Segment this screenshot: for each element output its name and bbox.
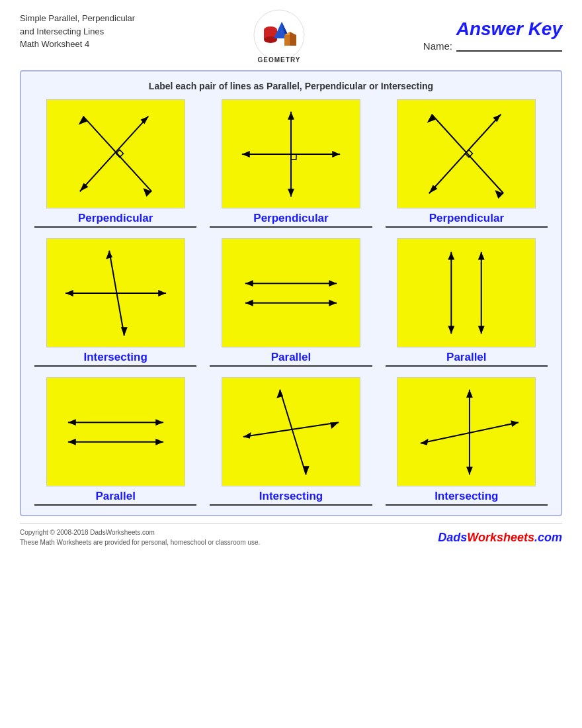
diagram-svg-6: [397, 239, 535, 347]
svg-line-23: [432, 114, 504, 194]
label-3: Perpendicular: [386, 212, 548, 228]
svg-marker-34: [65, 290, 73, 296]
diagram-8: [222, 377, 360, 486]
answer-key-area: Answer Key Name:: [423, 12, 562, 52]
svg-marker-53: [155, 439, 163, 445]
diagram-6: [397, 238, 536, 347]
svg-marker-43: [448, 252, 455, 260]
svg-marker-56: [303, 466, 310, 475]
instructions: Label each pair of lines as Parallel, Pe…: [34, 81, 548, 91]
svg-marker-37: [245, 280, 253, 287]
footer-brand: DadsWorksheets.com: [438, 531, 562, 545]
svg-marker-52: [68, 439, 76, 445]
diagram-1: [46, 99, 185, 208]
header: Simple Parallel, Perpendicular and Inter…: [0, 0, 582, 70]
svg-marker-59: [330, 422, 339, 429]
svg-marker-50: [155, 419, 163, 426]
geometry-label: GEOMETRY: [258, 56, 301, 64]
diagram-svg-3: [397, 100, 535, 208]
svg-marker-64: [421, 439, 429, 445]
diagram-svg-2: [222, 100, 360, 208]
svg-marker-40: [245, 300, 253, 306]
diagram-svg-5: [222, 239, 360, 347]
svg-line-9: [83, 116, 151, 192]
label-7: Parallel: [34, 490, 196, 506]
label-4: Intersecting: [34, 351, 196, 367]
svg-marker-35: [158, 290, 166, 296]
worksheet: Label each pair of lines as Parallel, Pe…: [20, 70, 562, 516]
svg-rect-22: [291, 154, 296, 159]
svg-marker-24: [427, 114, 436, 123]
cell-8: Intersecting: [210, 377, 372, 506]
svg-marker-49: [68, 419, 76, 426]
svg-marker-47: [478, 326, 485, 334]
cell-2: Perpendicular: [210, 99, 372, 228]
svg-marker-17: [288, 112, 294, 120]
diagram-svg-9: [397, 378, 535, 486]
label-2: Perpendicular: [210, 212, 372, 228]
logo: GEOMETRY: [253, 9, 306, 64]
diagram-svg-8: [222, 378, 360, 486]
diagram-3: [397, 99, 536, 208]
answer-key-label: Answer Key: [423, 19, 562, 40]
name-line: Name:: [423, 40, 562, 52]
diagram-svg-1: [47, 100, 185, 208]
diagram-7: [46, 377, 185, 486]
worksheet-title: Simple Parallel, Perpendicular and Inter…: [20, 12, 135, 51]
diagram-svg-7: [47, 378, 185, 486]
svg-marker-20: [242, 151, 250, 158]
cell-6: Parallel: [386, 238, 548, 367]
svg-line-54: [280, 390, 306, 475]
diagram-2: [222, 99, 360, 208]
diagram-4: [46, 238, 185, 347]
svg-marker-41: [329, 300, 337, 306]
diagram-svg-4: [47, 239, 185, 347]
svg-marker-61: [466, 390, 473, 398]
svg-marker-62: [466, 467, 473, 475]
svg-marker-44: [448, 326, 455, 334]
cell-3: Perpendicular: [386, 99, 548, 228]
svg-marker-10: [78, 116, 87, 125]
cell-4: Intersecting: [34, 238, 196, 367]
svg-marker-31: [106, 251, 112, 259]
cell-9: Intersecting: [386, 377, 548, 506]
svg-marker-38: [329, 280, 337, 287]
name-field: [456, 40, 562, 52]
cell-7: Parallel: [34, 377, 196, 506]
geometry-logo-icon: [253, 9, 306, 62]
cell-5: Parallel: [210, 238, 372, 367]
svg-marker-32: [121, 327, 128, 336]
diagram-5: [222, 238, 360, 347]
label-9: Intersecting: [386, 490, 548, 506]
diagram-9: [397, 377, 536, 486]
svg-marker-46: [478, 252, 485, 260]
label-8: Intersecting: [210, 490, 372, 506]
svg-marker-65: [511, 420, 519, 427]
footer: Copyright © 2008-2018 DadsWorksheets.com…: [20, 523, 562, 547]
svg-marker-58: [243, 432, 251, 439]
footer-copyright: Copyright © 2008-2018 DadsWorksheets.com…: [20, 527, 260, 547]
cell-1: Perpendicular: [34, 99, 196, 228]
label-1: Perpendicular: [34, 212, 196, 228]
label-6: Parallel: [386, 351, 548, 367]
problem-grid: Perpendicular: [34, 99, 548, 506]
label-5: Parallel: [210, 351, 372, 367]
svg-marker-21: [332, 151, 340, 158]
svg-line-12: [79, 116, 148, 192]
page: Simple Parallel, Perpendicular and Inter…: [0, 0, 582, 728]
svg-marker-18: [288, 189, 294, 197]
